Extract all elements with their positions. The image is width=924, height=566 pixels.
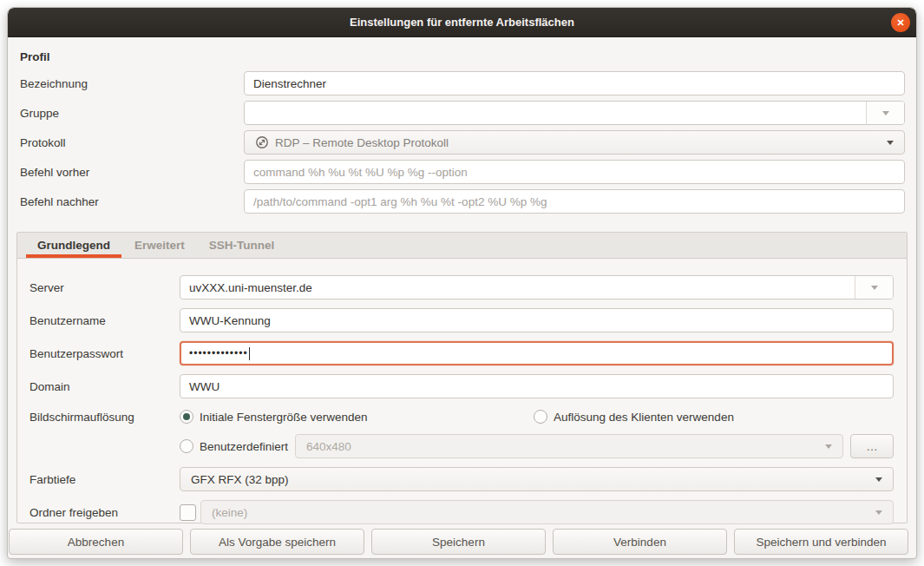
protokoll-dropdown[interactable]: RDP – Remote Desktop Protokoll: [244, 130, 905, 155]
bezeichnung-input[interactable]: [245, 72, 904, 95]
tab-grundlegend[interactable]: Grundlegend: [25, 233, 122, 258]
tab-ssh-tunnel[interactable]: SSH-Tunnel: [197, 233, 287, 258]
settings-notebook: Grundlegend Erweitert SSH-Tunnel Server: [16, 232, 908, 523]
color-depth-label: Farbtiefe: [29, 473, 180, 486]
radio-icon: [180, 410, 193, 424]
tab-erweitert[interactable]: Erweitert: [122, 233, 197, 258]
tab-erweitert-label: Erweitert: [134, 239, 185, 252]
chevron-down-icon: [882, 111, 889, 115]
radio-initial-window-size[interactable]: Initiale Fenstergröße verwenden: [180, 410, 368, 424]
close-button[interactable]: ✕: [891, 13, 910, 32]
share-folder-label: Ordner freigeben: [29, 506, 180, 519]
dialog-title: Einstellungen für entfernte Arbeitsfläch…: [350, 16, 574, 29]
rdp-protocol-icon: [255, 135, 269, 149]
benutzerpasswort-row: Benutzerpasswort •••••••••••••: [17, 341, 907, 365]
bezeichnung-row: Bezeichnung: [8, 71, 916, 95]
server-label: Server: [29, 281, 180, 294]
save-button[interactable]: Speichern: [371, 529, 546, 555]
share-folder-dropdown[interactable]: (keine): [200, 500, 894, 524]
befehl-vorher-row: Befehl vorher: [8, 160, 916, 184]
benutzerpasswort-label: Benutzerpasswort: [29, 347, 180, 360]
color-depth-dropdown[interactable]: GFX RFX (32 bpp): [180, 467, 894, 491]
befehl-nachher-label: Befehl nachher: [20, 195, 244, 208]
server-dropdown-button[interactable]: [855, 276, 893, 299]
chevron-down-icon: [825, 444, 832, 449]
resolution-more-button[interactable]: …: [850, 434, 894, 458]
domain-label: Domain: [29, 380, 180, 393]
protokoll-value: RDP – Remote Desktop Protokoll: [275, 136, 449, 149]
protokoll-label: Protokoll: [20, 136, 244, 149]
tab-bar: Grundlegend Erweitert SSH-Tunnel: [17, 233, 907, 259]
domain-input[interactable]: [180, 375, 893, 398]
gruppe-label: Gruppe: [20, 107, 244, 120]
password-dots: •••••••••••••: [189, 347, 248, 359]
radio-custom-resolution[interactable]: Benutzerdefiniert: [180, 439, 288, 453]
radio-initial-window-size-label: Initiale Fenstergröße verwenden: [200, 411, 368, 424]
connect-button[interactable]: Verbinden: [553, 529, 727, 555]
tab-content-grundlegend: Server Benutzername Benutzerpasswort: [17, 259, 907, 524]
radio-client-resolution-label: Auflösung des Klienten verwenden: [554, 411, 734, 424]
share-folder-value: (keine): [212, 506, 247, 519]
domain-row: Domain: [17, 374, 907, 398]
benutzername-input[interactable]: [180, 309, 893, 332]
text-cursor: [249, 347, 250, 360]
gruppe-row: Gruppe: [8, 101, 916, 125]
footer-button-bar: Abbrechen Als Vorgabe speichern Speicher…: [8, 523, 916, 555]
radio-icon: [534, 410, 547, 424]
resolution-label: Bildschirmauflösung: [29, 411, 180, 424]
color-depth-value: GFX RFX (32 bpp): [191, 473, 289, 486]
share-folder-row: Ordner freigeben (keine): [17, 500, 907, 524]
radio-custom-resolution-label: Benutzerdefiniert: [200, 440, 288, 453]
color-depth-row: Farbtiefe GFX RFX (32 bpp): [17, 467, 907, 491]
chevron-down-icon: [887, 141, 894, 145]
befehl-vorher-input[interactable]: [245, 161, 904, 183]
resolution-row: Bildschirmauflösung Initiale Fenstergröß…: [17, 407, 907, 426]
profile-section-title: Profil: [20, 50, 916, 63]
save-and-connect-button[interactable]: Speichern und verbinden: [734, 529, 908, 555]
custom-resolution-dropdown[interactable]: 640x480: [295, 434, 843, 458]
close-icon: ✕: [896, 17, 904, 28]
gruppe-dropdown-button[interactable]: [866, 102, 904, 124]
radio-client-resolution[interactable]: Auflösung des Klienten verwenden: [534, 410, 734, 424]
server-input[interactable]: [180, 276, 855, 299]
befehl-nachher-row: Befehl nachher: [8, 189, 916, 214]
share-folder-checkbox[interactable]: [180, 504, 196, 521]
benutzername-row: Benutzername: [17, 308, 907, 332]
chevron-down-icon: [871, 286, 878, 290]
befehl-vorher-label: Befehl vorher: [20, 166, 244, 179]
tab-grundlegend-label: Grundlegend: [37, 239, 110, 252]
benutzerpasswort-input[interactable]: •••••••••••••: [180, 341, 894, 365]
ellipsis-icon: …: [866, 440, 878, 453]
cancel-button[interactable]: Abbrechen: [9, 529, 183, 555]
save-as-default-button[interactable]: Als Vorgabe speichern: [190, 529, 364, 555]
gruppe-input[interactable]: [245, 102, 866, 124]
radio-icon: [180, 439, 193, 453]
bezeichnung-label: Bezeichnung: [20, 77, 244, 90]
custom-resolution-row: Benutzerdefiniert 640x480 …: [17, 434, 907, 458]
befehl-nachher-input[interactable]: [245, 190, 904, 213]
chevron-down-icon: [875, 510, 882, 515]
chevron-down-icon: [875, 477, 882, 482]
tab-ssh-tunnel-label: SSH-Tunnel: [209, 239, 275, 252]
remote-desktop-settings-dialog: Einstellungen für entfernte Arbeitsfläch…: [7, 7, 917, 559]
custom-resolution-value: 640x480: [306, 440, 351, 453]
titlebar: Einstellungen für entfernte Arbeitsfläch…: [8, 8, 916, 37]
server-row: Server: [17, 275, 907, 299]
protokoll-row: Protokoll RDP – Remote Desktop Protokoll: [8, 130, 916, 155]
benutzername-label: Benutzername: [29, 314, 180, 327]
